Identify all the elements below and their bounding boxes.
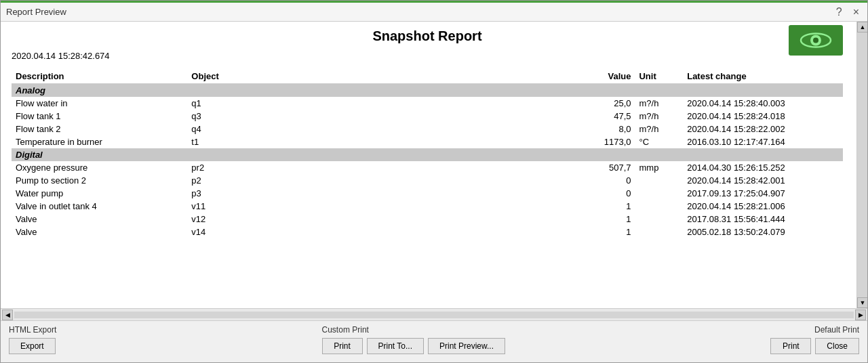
vertical-scrollbar[interactable]: ▲ ▼	[856, 22, 867, 308]
cell-value: 0	[571, 174, 635, 187]
cell-latest-change: 2005.02.18 13:50:24.079	[683, 226, 843, 238]
custom-print-buttons: Print Print To... Print Preview...	[322, 338, 506, 354]
cell-unit: m?/h	[635, 97, 683, 110]
table-header-row: Description Object Value Unit Latest cha…	[12, 69, 843, 84]
print-to-button[interactable]: Print To...	[367, 338, 424, 354]
cell-description: Water pump	[12, 187, 187, 200]
table-row: Valve v14 1 2005.02.18 13:50:24.079	[12, 226, 843, 238]
main-row: Snapshot Report 2020.04.14 15:28:42.674 …	[1, 22, 867, 308]
content-area: Snapshot Report 2020.04.14 15:28:42.674 …	[1, 22, 856, 308]
col-header-value: Value	[571, 69, 635, 84]
report-title-row: Snapshot Report	[12, 28, 843, 44]
report-table: Description Object Value Unit Latest cha…	[12, 69, 843, 238]
cell-object: t1	[187, 135, 571, 148]
scroll-track-horizontal[interactable]	[14, 312, 854, 318]
col-header-latest: Latest change	[683, 69, 843, 84]
print-button[interactable]: Print	[322, 338, 363, 354]
table-row: Temperature in burner t1 1173,0 °C 2016.…	[12, 135, 843, 148]
cell-object: q3	[187, 110, 571, 123]
cell-unit: m?/h	[635, 110, 683, 123]
close-window-button[interactable]: ×	[850, 7, 862, 18]
table-body: Analog Flow water in q1 25,0 m?/h 2020.0…	[12, 84, 843, 239]
close-button[interactable]: Close	[815, 338, 859, 354]
logo-icon	[799, 32, 833, 49]
cell-description: Valve	[12, 213, 187, 226]
cell-object: v12	[187, 213, 571, 226]
table-row: Flow water in q1 25,0 m?/h 2020.04.14 15…	[12, 97, 843, 110]
section-latest-cell	[683, 148, 843, 161]
footer: HTML Export Export Custom Print Print Pr…	[1, 320, 867, 362]
logo-box	[789, 25, 843, 56]
html-export-label: HTML Export	[9, 325, 56, 335]
cell-latest-change: 2020.04.14 15:28:40.003	[683, 97, 843, 110]
cell-description: Valve	[12, 226, 187, 238]
cell-unit: °C	[635, 135, 683, 148]
cell-unit	[635, 226, 683, 238]
cell-description: Valve in outlet tank 4	[12, 200, 187, 213]
section-val-cell	[571, 84, 635, 98]
cell-latest-change: 2020.04.14 15:28:42.001	[683, 174, 843, 187]
default-print-button[interactable]: Print	[770, 338, 811, 354]
report-date: 2020.04.14 15:28:42.674	[12, 51, 843, 61]
default-print-buttons: Print Close	[770, 338, 859, 354]
cell-object: q4	[187, 123, 571, 135]
help-button[interactable]: ?	[833, 7, 845, 18]
window-title: Report Preview	[6, 7, 66, 17]
scroll-left-arrow[interactable]: ◀	[2, 309, 13, 320]
table-section-row: Analog	[12, 84, 843, 98]
scroll-down-arrow[interactable]: ▼	[857, 297, 867, 308]
cell-value: 47,5	[571, 110, 635, 123]
section-unit-cell	[635, 148, 683, 161]
table-row: Flow tank 1 q3 47,5 m?/h 2020.04.14 15:2…	[12, 110, 843, 123]
title-bar: Report Preview ? ×	[1, 3, 867, 22]
cell-object: pr2	[187, 161, 571, 174]
cell-object: p2	[187, 174, 571, 187]
table-row: Oxygene pressure pr2 507,7 mmp 2014.04.3…	[12, 161, 843, 174]
cell-value: 1	[571, 200, 635, 213]
section-name: Digital	[12, 148, 187, 161]
default-print-label: Default Print	[814, 325, 859, 335]
table-row: Flow tank 2 q4 8,0 m?/h 2020.04.14 15:28…	[12, 123, 843, 135]
cell-description: Flow water in	[12, 97, 187, 110]
cell-value: 1173,0	[571, 135, 635, 148]
cell-object: p3	[187, 187, 571, 200]
report-title: Snapshot Report	[372, 28, 481, 43]
scroll-up-arrow[interactable]: ▲	[857, 22, 867, 33]
html-export-buttons: Export	[9, 338, 56, 354]
cell-latest-change: 2020.04.14 15:28:24.018	[683, 110, 843, 123]
cell-latest-change: 2014.04.30 15:26:15.252	[683, 161, 843, 174]
cell-value: 8,0	[571, 123, 635, 135]
cell-latest-change: 2017.09.13 17:25:04.907	[683, 187, 843, 200]
cell-object: v14	[187, 226, 571, 238]
cell-description: Oxygene pressure	[12, 161, 187, 174]
table-row: Valve v12 1 2017.08.31 15:56:41.444	[12, 213, 843, 226]
cell-value: 1	[571, 213, 635, 226]
cell-latest-change: 2020.04.14 15:28:22.002	[683, 123, 843, 135]
cell-object: v11	[187, 200, 571, 213]
table-row: Valve in outlet tank 4 v11 1 2020.04.14 …	[12, 200, 843, 213]
table-row: Pump to section 2 p2 0 2020.04.14 15:28:…	[12, 174, 843, 187]
cell-latest-change: 2017.08.31 15:56:41.444	[683, 213, 843, 226]
export-button[interactable]: Export	[9, 338, 56, 354]
print-preview-button[interactable]: Print Preview...	[428, 338, 505, 354]
scroll-track-vertical[interactable]	[857, 33, 867, 297]
default-print-group: Default Print Print Close	[770, 325, 859, 354]
custom-print-group: Custom Print Print Print To... Print Pre…	[322, 325, 506, 354]
scroll-right-arrow[interactable]: ▶	[855, 309, 866, 320]
cell-unit	[635, 213, 683, 226]
main-window: Report Preview ? × Snapshot Report	[0, 0, 868, 363]
title-bar-controls: ? ×	[833, 7, 862, 18]
horizontal-scrollbar[interactable]: ◀ ▶	[1, 308, 867, 320]
cell-value: 1	[571, 226, 635, 238]
cell-value: 25,0	[571, 97, 635, 110]
cell-value: 507,7	[571, 161, 635, 174]
custom-print-label: Custom Print	[322, 325, 506, 335]
cell-latest-change: 2020.04.14 15:28:21.006	[683, 200, 843, 213]
cell-description: Flow tank 2	[12, 123, 187, 135]
cell-description: Temperature in burner	[12, 135, 187, 148]
cell-latest-change: 2016.03.10 12:17:47.164	[683, 135, 843, 148]
cell-unit	[635, 174, 683, 187]
section-name: Analog	[12, 84, 187, 98]
cell-description: Flow tank 1	[12, 110, 187, 123]
table-section-row: Digital	[12, 148, 843, 161]
